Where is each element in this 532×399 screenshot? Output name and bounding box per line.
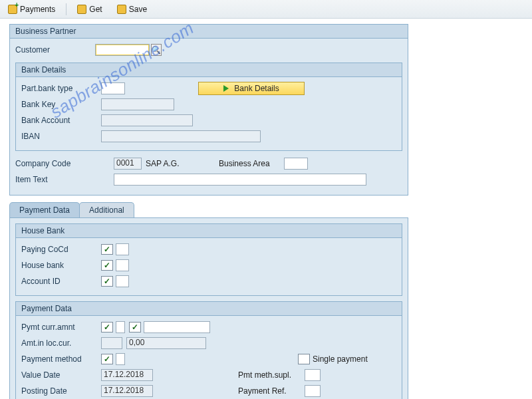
pymt-amnt-checkbox[interactable]: [129, 322, 141, 332]
pymt-amnt-input[interactable]: [144, 321, 210, 333]
payment-method-label: Payment method: [21, 354, 101, 364]
account-id-label: Account ID: [21, 277, 101, 286]
paying-cocd-checkbox[interactable]: [101, 244, 113, 255]
payment-data-group: Payment Data Pymt curr.amnt Amt.in loc.c…: [15, 301, 402, 399]
bank-details-button[interactable]: Bank Details: [198, 82, 305, 95]
iban-label: IBAN: [21, 132, 101, 141]
payments-icon: [8, 5, 17, 14]
save-label: Save: [129, 5, 147, 14]
house-bank-input[interactable]: [116, 259, 129, 271]
house-bank-title: House Bank: [16, 224, 402, 238]
toolbar-separator: [66, 3, 66, 15]
single-payment-label: Single payment: [313, 354, 368, 364]
posting-date-label: Posting Date: [21, 386, 101, 396]
bank-key-label: Bank Key: [21, 100, 101, 109]
pymt-curr-input[interactable]: [116, 321, 125, 333]
part-bank-type-input[interactable]: [101, 82, 125, 94]
bank-details-title: Bank Details: [16, 63, 402, 77]
house-bank-group: House Bank Paying CoCd House bank Accoun…: [15, 223, 402, 296]
pymt-curr-checkbox[interactable]: [101, 322, 113, 332]
posting-date-field: 17.12.2018: [101, 385, 153, 397]
value-date-label: Value Date: [21, 370, 101, 380]
tabstrip: Payment Data Additional: [9, 202, 410, 217]
paying-cocd-label: Paying CoCd: [21, 245, 101, 254]
get-button[interactable]: Get: [73, 3, 106, 15]
company-code-text: SAP A.G.: [146, 159, 219, 168]
iban-field: [101, 130, 261, 142]
tab-additional[interactable]: Additional: [79, 202, 134, 217]
get-icon: [77, 5, 86, 14]
bank-details-button-label: Bank Details: [234, 84, 279, 93]
house-bank-checkbox[interactable]: [101, 260, 113, 271]
bank-key-field: [101, 98, 174, 110]
payment-data-tab-panel: House Bank Paying CoCd House bank Accoun…: [9, 217, 408, 399]
part-bank-type-label: Part.bank type: [21, 84, 101, 93]
business-area-input[interactable]: [284, 158, 308, 170]
save-icon: [117, 5, 126, 14]
item-text-input[interactable]: [114, 174, 366, 186]
value-date-field: 17.12.2018: [101, 369, 153, 381]
save-button[interactable]: Save: [113, 3, 151, 15]
payment-method-input[interactable]: [116, 353, 125, 365]
payment-ref-input[interactable]: [305, 385, 321, 397]
customer-input[interactable]: [95, 44, 150, 56]
single-payment-checkbox[interactable]: [298, 354, 310, 364]
pmt-meth-supl-label: Pmt meth.supl.: [238, 370, 305, 380]
amt-loc-cur-value: 0,00: [126, 337, 206, 349]
account-id-input[interactable]: [116, 275, 129, 287]
payments-button[interactable]: Payments: [4, 3, 59, 15]
tab-payment-data[interactable]: Payment Data: [9, 202, 80, 217]
house-bank-label: House bank: [21, 261, 101, 270]
business-partner-title: Business Partner: [9, 24, 408, 38]
get-label: Get: [89, 5, 102, 14]
pmt-meth-supl-input[interactable]: [305, 369, 321, 381]
bank-details-group: Bank Details Part.bank type Bank Details: [15, 63, 402, 151]
company-code-field: 0001: [114, 158, 142, 170]
bank-account-label: Bank Account: [21, 116, 101, 125]
amt-loc-cur-label: Amt.in loc.cur.: [21, 338, 101, 348]
item-text-label: Item Text: [15, 175, 114, 184]
business-partner-panel: Business Partner Customer 🔍 Bank Details…: [9, 24, 408, 196]
account-id-checkbox[interactable]: [101, 276, 113, 287]
amt-loc-cur-curr: [101, 337, 122, 349]
payments-label: Payments: [20, 5, 55, 14]
paying-cocd-input[interactable]: [116, 243, 129, 255]
bank-account-field: [101, 114, 193, 126]
search-help-icon[interactable]: 🔍: [151, 44, 162, 56]
payment-ref-label: Payment Ref.: [238, 386, 305, 396]
toolbar: Payments Get Save: [0, 0, 532, 19]
business-area-label: Business Area: [219, 159, 272, 168]
payment-data-title: Payment Data: [16, 302, 402, 316]
payment-method-checkbox[interactable]: [101, 354, 113, 364]
arrow-right-icon: [223, 85, 229, 92]
pymt-curr-amnt-label: Pymt curr.amnt: [21, 323, 101, 332]
customer-label: Customer: [15, 45, 95, 55]
company-code-label: Company Code: [15, 159, 114, 168]
